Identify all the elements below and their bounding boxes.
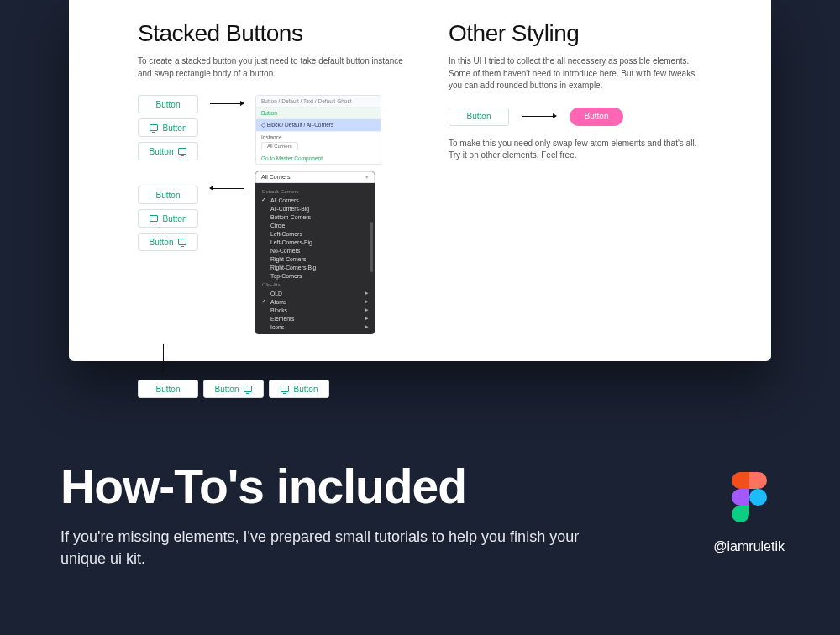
block-label: Block / Default / All-Corners xyxy=(267,122,333,128)
tutorial-card: Stacked Buttons To create a stacked butt… xyxy=(69,0,771,361)
button-stack-1: Button Button Button xyxy=(138,95,198,160)
button-label: Button xyxy=(163,123,187,133)
breadcrumb: Button / Default / Text / Default-Ghost xyxy=(256,96,381,108)
dropdown-header: All Corners xyxy=(261,174,291,181)
dropdown-item[interactable]: No-Corners xyxy=(255,246,375,255)
hero-subtitle: If you're missing elements, I've prepare… xyxy=(60,526,581,569)
button-example[interactable]: Button xyxy=(138,186,198,204)
arrow-left-icon xyxy=(210,188,244,189)
dropdown-item[interactable]: All-Corners-Big xyxy=(255,204,375,213)
button-plain[interactable]: Button xyxy=(449,108,509,126)
button-label: Button xyxy=(215,385,239,394)
dropdown-item[interactable]: Circle xyxy=(255,221,375,229)
dropdown-item[interactable]: Right-Corners-Big xyxy=(255,263,375,271)
instance-label: Instance xyxy=(261,134,375,140)
button-label: Button xyxy=(467,112,491,121)
button-example[interactable]: Button xyxy=(138,209,198,228)
dropdown-item[interactable]: Atoms xyxy=(255,297,375,306)
stacked-buttons-desc: To create a stacked button you just need… xyxy=(138,55,415,80)
dropdown-item[interactable]: Top-Corners xyxy=(255,271,375,280)
monitor-icon xyxy=(178,148,186,155)
dropdown-item[interactable]: All Corners xyxy=(255,196,375,204)
button-label: Button xyxy=(156,100,181,109)
monitor-icon xyxy=(244,386,252,392)
other-styling-note: To make this you need only swap few atom… xyxy=(449,138,702,162)
swap-dropdown[interactable]: All Corners▾ Default-Corners All Corners… xyxy=(255,171,375,334)
dropdown-item[interactable]: Elements xyxy=(255,314,375,323)
button-label: Button xyxy=(294,385,318,394)
author-handle[interactable]: @iamruletik xyxy=(713,539,785,554)
dropdown-item[interactable]: Bottom-Corners xyxy=(255,213,375,221)
dropdown-item[interactable]: Left-Corners xyxy=(255,229,375,238)
button-example[interactable]: Button xyxy=(269,380,329,398)
button-example[interactable]: Button xyxy=(138,118,198,137)
button-example[interactable]: Button xyxy=(138,233,198,251)
button-label: Button xyxy=(150,238,174,247)
figma-logo-icon xyxy=(732,472,767,522)
arrow-right-icon xyxy=(210,103,244,104)
button-label: Button xyxy=(585,112,609,121)
button-example[interactable]: Button xyxy=(138,142,198,160)
hero: How-To's included If you're missing elem… xyxy=(60,459,780,569)
figma-panel-mock: Button / Default / Text / Default-Ghost … xyxy=(255,95,381,334)
instance-panel: Button / Default / Text / Default-Ghost … xyxy=(255,95,381,165)
button-row: Button Button Button xyxy=(138,380,415,398)
monitor-icon xyxy=(150,215,158,222)
button-stack-2: Button Button Button xyxy=(138,186,198,251)
brand-block: @iamruletik xyxy=(713,472,785,554)
button-example[interactable]: Button xyxy=(203,380,264,398)
dropdown-item[interactable]: Blocks xyxy=(255,306,375,314)
dropdown-category: Default-Corners xyxy=(255,186,375,196)
dropdown-item[interactable]: Left-Corners-Big xyxy=(255,238,375,246)
arrow-right-icon xyxy=(522,116,556,117)
dropdown-item[interactable]: OLD xyxy=(255,289,375,297)
instance-chip[interactable]: All Corners xyxy=(261,142,298,150)
monitor-icon xyxy=(150,124,158,131)
other-styling-section: Other Styling In this UI I tried to coll… xyxy=(449,20,702,336)
button-example[interactable]: Button xyxy=(138,380,198,398)
button-pill[interactable]: Button xyxy=(570,108,623,126)
other-styling-title: Other Styling xyxy=(449,20,702,47)
monitor-icon xyxy=(281,386,289,392)
dropdown-item[interactable]: Right-Corners xyxy=(255,255,375,263)
arrow-down-icon xyxy=(163,344,164,373)
button-label: Button xyxy=(150,147,174,156)
block-row: ◇ Block / Default / All-Corners xyxy=(256,119,381,132)
button-label: Button xyxy=(156,191,181,200)
button-example[interactable]: Button xyxy=(138,95,198,113)
button-label: Button xyxy=(156,385,181,394)
dropdown-item[interactable]: Icons xyxy=(255,323,375,331)
stacked-buttons-section: Stacked Buttons To create a stacked butt… xyxy=(138,20,415,336)
stacked-buttons-title: Stacked Buttons xyxy=(138,20,415,47)
scrollbar[interactable] xyxy=(370,222,373,272)
selected-button-row: Button xyxy=(256,108,381,119)
dropdown-category: Clip-Ats xyxy=(255,280,375,289)
hero-title: How-To's included xyxy=(60,459,780,514)
master-link[interactable]: Go to Master Component xyxy=(256,153,381,164)
button-label: Button xyxy=(163,214,187,223)
monitor-icon xyxy=(178,239,186,245)
other-styling-desc: In this UI I tried to collect the all ne… xyxy=(449,55,702,92)
